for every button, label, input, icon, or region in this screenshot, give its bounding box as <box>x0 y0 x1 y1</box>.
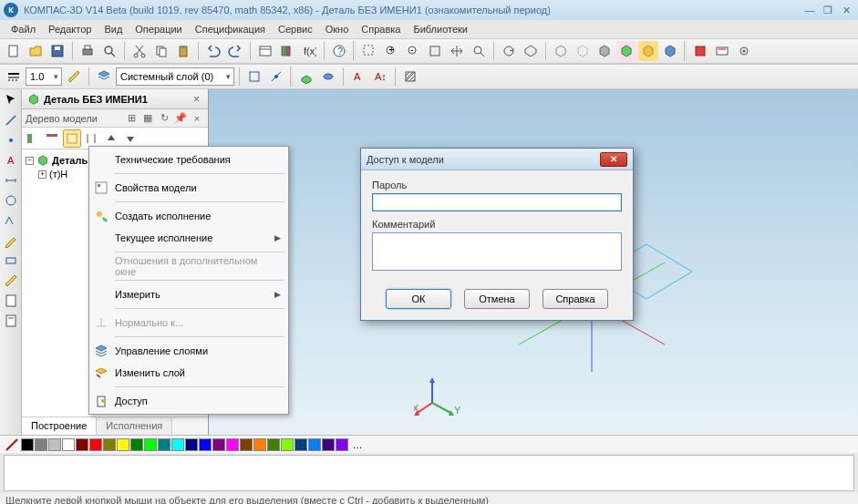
undo-button[interactable] <box>203 41 223 61</box>
maximize-button[interactable]: ❐ <box>820 4 836 16</box>
open-button[interactable] <box>26 41 46 61</box>
tab-variants[interactable]: Исполнения <box>97 417 172 435</box>
rough-tool[interactable] <box>2 211 20 230</box>
color-swatch[interactable] <box>158 438 171 451</box>
tab-build[interactable]: Построение <box>22 417 97 435</box>
tree-view2-icon[interactable] <box>43 129 61 148</box>
line-tool[interactable] <box>2 111 20 129</box>
help-button[interactable]: ? <box>329 41 349 61</box>
cm-tech-requirements[interactable]: Технические требования <box>89 149 288 170</box>
color-swatch[interactable] <box>281 438 294 451</box>
help-button[interactable]: Справка <box>543 289 608 309</box>
minimize-button[interactable]: — <box>801 4 818 16</box>
dialog-close-button[interactable]: ✕ <box>600 152 627 167</box>
preview-button[interactable] <box>99 41 119 61</box>
menu-help[interactable]: Справка <box>356 22 406 36</box>
color-swatch[interactable] <box>171 438 184 451</box>
zoom-fit-button[interactable] <box>425 41 445 61</box>
point-tool[interactable] <box>2 131 20 149</box>
comment-input[interactable] <box>372 232 622 271</box>
color-swatch[interactable] <box>144 438 157 451</box>
color-swatch[interactable] <box>240 438 253 451</box>
layer-combo[interactable]: Системный слой (0) <box>116 67 234 86</box>
hatch-icon[interactable] <box>400 67 420 87</box>
shaded-edges-icon[interactable] <box>616 41 636 61</box>
tree-up-icon[interactable] <box>102 129 120 148</box>
menu-file[interactable]: Файл <box>5 22 41 36</box>
color-swatch[interactable] <box>21 438 34 451</box>
zoom-window-button[interactable] <box>359 41 379 61</box>
spec-tool[interactable] <box>2 292 20 310</box>
op-revolve-icon[interactable] <box>318 67 338 87</box>
color-swatch[interactable] <box>130 438 143 451</box>
document-close-icon[interactable]: × <box>191 93 202 106</box>
paste-button[interactable] <box>173 41 193 61</box>
rebuild-button[interactable] <box>690 41 710 61</box>
tree-down-icon[interactable] <box>121 129 140 148</box>
dim-tool[interactable] <box>2 171 20 190</box>
measure-button[interactable] <box>64 67 84 87</box>
color-swatch[interactable] <box>336 438 348 451</box>
expand-icon[interactable]: − <box>26 157 34 165</box>
close-window-button[interactable]: ✕ <box>838 4 854 16</box>
scale-combo[interactable]: 1.0 <box>26 67 62 86</box>
menu-window[interactable]: Окно <box>320 22 355 36</box>
tree-view1-icon[interactable] <box>24 129 42 148</box>
wireframe-icon[interactable] <box>551 41 571 61</box>
new-button[interactable] <box>4 41 24 61</box>
color-swatch[interactable] <box>76 438 88 451</box>
password-input[interactable] <box>372 193 622 211</box>
libraries-button[interactable] <box>277 41 297 61</box>
zoom-out-button[interactable]: - <box>403 41 423 61</box>
color-swatch[interactable] <box>117 438 129 451</box>
tree-close-icon[interactable]: × <box>190 111 204 126</box>
save-button[interactable] <box>47 41 67 61</box>
text-tool[interactable]: A <box>2 151 20 170</box>
cm-layer-manager[interactable]: Управление слоями <box>89 340 288 362</box>
menu-operations[interactable]: Операции <box>129 22 187 36</box>
tree-toolbar-icon[interactable]: ⊞ <box>124 111 139 126</box>
menu-service[interactable]: Сервис <box>273 22 318 36</box>
zoom-prev-button[interactable] <box>469 41 489 61</box>
tree-refresh-icon[interactable]: ↻ <box>157 111 171 126</box>
cm-change-layer[interactable]: Изменить слой <box>89 362 288 384</box>
color-swatch[interactable] <box>89 438 102 451</box>
color-swatch[interactable] <box>295 438 307 451</box>
linestyle-button[interactable] <box>4 67 24 87</box>
settings-button[interactable] <box>734 41 754 61</box>
color-swatch[interactable] <box>35 438 47 451</box>
menu-edit[interactable]: Редактор <box>43 22 97 36</box>
hidden-lines-icon[interactable] <box>573 41 593 61</box>
dialog-titlebar[interactable]: Доступ к модели ✕ <box>361 149 633 170</box>
cut-button[interactable] <box>129 41 150 61</box>
edit-tool[interactable] <box>2 231 20 250</box>
ok-button[interactable]: ОК <box>386 289 451 309</box>
circle-tool[interactable] <box>2 191 20 210</box>
snap2-button[interactable] <box>266 67 286 87</box>
color-swatch[interactable] <box>199 438 212 451</box>
color-swatch[interactable] <box>308 438 321 451</box>
menu-libs[interactable]: Библиотеки <box>408 22 473 36</box>
menu-spec[interactable]: Спецификация <box>190 22 271 36</box>
cm-measure[interactable]: Измерить ▶ <box>89 283 288 305</box>
copy-button[interactable] <box>151 41 171 61</box>
tree-filter-icon[interactable] <box>63 129 81 148</box>
pan-button[interactable] <box>447 41 467 61</box>
tree-sort-icon[interactable] <box>82 129 100 148</box>
color-swatch[interactable] <box>185 438 198 451</box>
orient-button[interactable] <box>521 41 541 61</box>
properties-button[interactable] <box>255 41 275 61</box>
color-swatch[interactable] <box>103 438 116 451</box>
cm-create-variant[interactable]: Создать исполнение <box>89 205 288 227</box>
color-swatch[interactable] <box>48 438 61 451</box>
perspective-icon[interactable] <box>638 41 658 61</box>
color-auto-icon[interactable] <box>4 437 20 452</box>
report-tool[interactable] <box>2 312 20 330</box>
rotate-button[interactable] <box>499 41 519 61</box>
color-swatch[interactable] <box>62 438 75 451</box>
measure-tool[interactable] <box>2 272 20 290</box>
simplified-icon[interactable] <box>660 41 680 61</box>
print-button[interactable] <box>78 41 98 61</box>
menu-view[interactable]: Вид <box>98 22 128 36</box>
color-swatch[interactable] <box>212 438 225 451</box>
